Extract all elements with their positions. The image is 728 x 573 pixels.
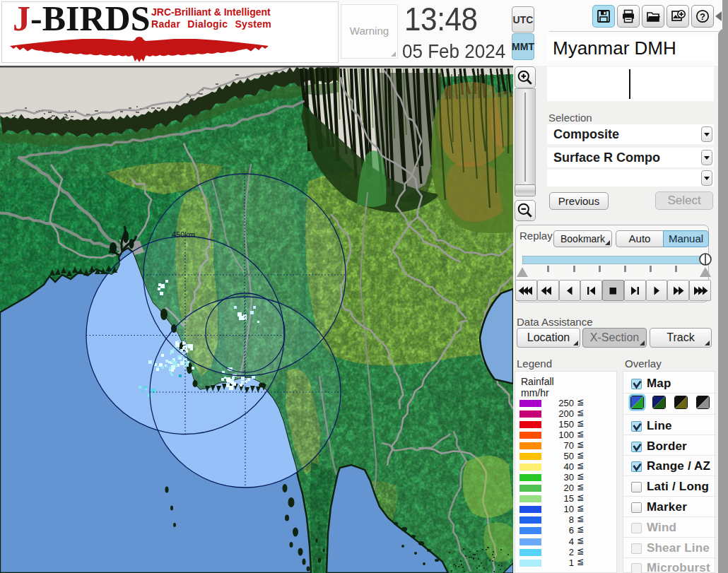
svg-text:?: ?: [700, 11, 705, 22]
svg-text:450km: 450km: [172, 230, 195, 239]
